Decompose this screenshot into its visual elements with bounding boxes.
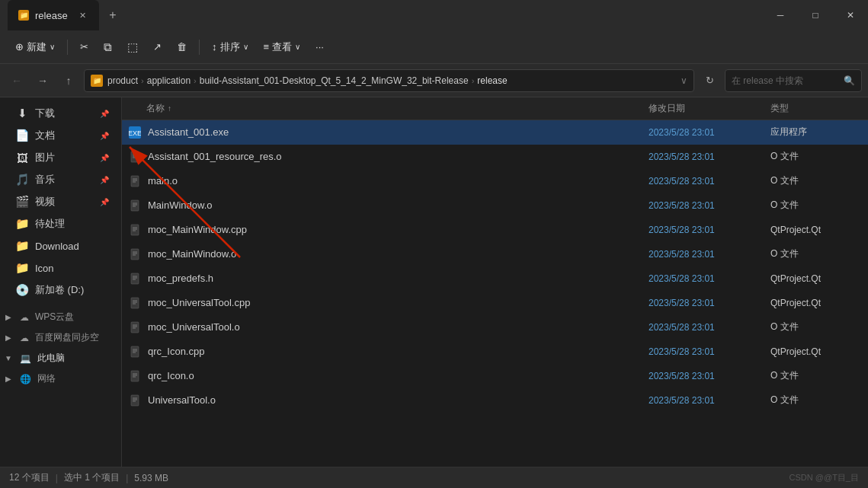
sidebar-item-dl-folder[interactable]: 📁 Download — [3, 235, 118, 257]
file-icon — [128, 345, 142, 359]
pin-icon-3: 📌 — [100, 154, 109, 162]
minimize-button[interactable]: ─ — [763, 0, 798, 30]
sidebar: ⬇ 下载 📌 📄 文档 📌 🖼 图片 📌 🎵 音乐 📌 🎬 视频 📌 📁 待处理 — [0, 97, 122, 467]
sidebar-group-wps[interactable]: ▶ ☁ WPS云盘 — [0, 308, 121, 327]
wps-group-icon: ☁ — [20, 312, 29, 323]
new-label: 新建 — [27, 40, 46, 54]
new-button[interactable]: ⊕ 新建 ∨ — [9, 37, 61, 57]
table-row[interactable]: moc_MainWindow.cpp2023/5/28 23:01QtProje… — [122, 218, 868, 242]
table-row[interactable]: MainWindow.o2023/5/28 23:01O 文件 — [122, 193, 868, 218]
col-date-header[interactable]: 修改日期 — [649, 102, 770, 115]
pin-icon-4: 📌 — [100, 176, 109, 184]
search-box[interactable]: 🔍 — [725, 69, 862, 92]
table-row[interactable]: qrc_Icon.cpp2023/5/28 23:01QtProject.Qt — [122, 340, 868, 364]
sidebar-item-docs[interactable]: 📄 文档 📌 — [3, 125, 118, 146]
sidebar-item-videos[interactable]: 🎬 视频 📌 — [3, 191, 118, 212]
table-row[interactable]: moc_UniversalTool.o2023/5/28 23:01O 文件 — [122, 315, 868, 340]
col-name-header[interactable]: 名称 ↑ — [128, 102, 649, 115]
refresh-button[interactable]: ↻ — [699, 70, 720, 91]
new-chevron-icon: ∨ — [50, 43, 55, 51]
sidebar-item-music[interactable]: 🎵 音乐 📌 — [3, 169, 118, 190]
file-area: 名称 ↑ 修改日期 类型 EXEAssistant_001.exe2023/5/… — [122, 97, 868, 467]
share-button[interactable]: ↗ — [147, 38, 168, 56]
dl-folder-icon: 📁 — [15, 239, 29, 253]
file-name: qrc_Icon.cpp — [148, 346, 649, 357]
forward-button[interactable]: → — [32, 70, 53, 91]
network-expand-icon: ▶ — [3, 374, 14, 384]
svg-rect-42 — [131, 395, 139, 406]
table-row[interactable]: moc_MainWindow.o2023/5/28 23:01O 文件 — [122, 242, 868, 266]
sidebar-group-network[interactable]: ▶ 🌐 网络 — [0, 369, 121, 388]
tab-release[interactable]: 📁 release ✕ — [8, 0, 99, 30]
delete-button[interactable]: 🗑 — [171, 38, 193, 56]
tab-area: 📁 release ✕ + — [8, 0, 763, 30]
pin-icon-2: 📌 — [100, 132, 109, 140]
file-icon — [128, 296, 142, 310]
file-type: O 文件 — [770, 150, 862, 163]
table-row[interactable]: EXEAssistant_001.exe2023/5/28 23:01应用程序 — [122, 120, 868, 145]
sidebar-item-drive-d[interactable]: 💿 新加卷 (D:) — [3, 279, 118, 301]
sort-icon: ↕ — [212, 41, 217, 53]
sort-button[interactable]: ↕ 排序 ∨ — [206, 37, 255, 57]
file-date: 2023/5/28 23:01 — [649, 249, 770, 260]
maximize-button[interactable]: □ — [798, 0, 833, 30]
breadcrumb-dropdown-icon[interactable]: ∨ — [681, 75, 687, 86]
breadcrumb-application[interactable]: application — [147, 75, 191, 86]
sidebar-item-drive-d-label: 新加卷 (D:) — [35, 283, 84, 297]
sidebar-group-baidu[interactable]: ▶ ☁ 百度网盘同步空 — [0, 328, 121, 347]
file-list: EXEAssistant_001.exe2023/5/28 23:01应用程序A… — [122, 120, 868, 467]
svg-rect-10 — [131, 200, 139, 211]
table-row[interactable]: UniversalTool.o2023/5/28 23:01O 文件 — [122, 388, 868, 413]
search-input[interactable] — [732, 75, 839, 86]
col-type-header[interactable]: 类型 — [770, 102, 862, 115]
file-name: moc_predefs.h — [148, 273, 649, 284]
sidebar-item-dl-folder-label: Download — [35, 241, 79, 252]
file-date: 2023/5/28 23:01 — [649, 322, 770, 333]
file-icon — [128, 247, 142, 261]
separator-1 — [67, 40, 68, 55]
file-type: QtProject.Qt — [770, 346, 862, 357]
file-type: QtProject.Qt — [770, 225, 862, 235]
breadcrumb-release: release — [477, 75, 507, 86]
table-row[interactable]: main.o2023/5/28 23:01O 文件 — [122, 169, 868, 193]
svg-text:EXE: EXE — [129, 129, 141, 137]
svg-rect-34 — [131, 346, 139, 357]
view-button[interactable]: ≡ 查看 ∨ — [258, 37, 307, 57]
title-bar: 📁 release ✕ + ─ □ ✕ — [0, 0, 868, 30]
more-button[interactable]: ··· — [309, 38, 330, 56]
paste-icon: ⬚ — [127, 40, 138, 54]
back-button[interactable]: ← — [6, 70, 27, 91]
videos-icon: 🎬 — [15, 195, 29, 209]
baidu-expand-icon: ▶ — [3, 333, 14, 343]
sidebar-item-pending[interactable]: 📁 待处理 — [3, 213, 118, 234]
up-button[interactable]: ↑ — [58, 70, 79, 91]
new-tab-button[interactable]: + — [102, 5, 123, 26]
table-row[interactable]: qrc_Icon.o2023/5/28 23:01O 文件 — [122, 364, 868, 388]
sidebar-item-docs-label: 文档 — [35, 129, 55, 142]
tab-label: release — [35, 10, 68, 21]
view-chevron-icon: ∨ — [295, 43, 300, 51]
breadcrumb-product[interactable]: product — [107, 75, 138, 86]
cut-button[interactable]: ✂ — [74, 38, 94, 56]
copy-button[interactable]: ⧉ — [98, 37, 118, 57]
selected-count: 选中 1 个项目 — [64, 471, 120, 484]
file-name: moc_MainWindow.cpp — [148, 224, 649, 235]
sidebar-item-images-label: 图片 — [35, 151, 55, 164]
breadcrumb-bar[interactable]: 📁 product › application › build-Assistan… — [84, 69, 694, 92]
sidebar-group-thispc[interactable]: ▼ 💻 此电脑 — [0, 349, 121, 368]
table-row[interactable]: moc_UniversalTool.cpp2023/5/28 23:01QtPr… — [122, 291, 868, 315]
file-date: 2023/5/28 23:01 — [649, 127, 770, 138]
network-group-icon: 🌐 — [20, 374, 31, 384]
file-type: 应用程序 — [770, 126, 862, 139]
file-date: 2023/5/28 23:01 — [649, 371, 770, 381]
sidebar-item-icon[interactable]: 📁 Icon — [3, 257, 118, 279]
table-row[interactable]: moc_predefs.h2023/5/28 23:01QtProject.Qt — [122, 266, 868, 291]
table-row[interactable]: Assistant_001_resource_res.o2023/5/28 23… — [122, 145, 868, 169]
close-button[interactable]: ✕ — [833, 0, 868, 30]
baidu-group-label: 百度网盘同步空 — [35, 331, 99, 344]
sidebar-item-download[interactable]: ⬇ 下载 📌 — [3, 103, 118, 124]
sidebar-item-images[interactable]: 🖼 图片 📌 — [3, 147, 118, 168]
breadcrumb-build[interactable]: build-Assistant_001-Desktop_Qt_5_14_2_Mi… — [200, 75, 469, 86]
tab-close-button[interactable]: ✕ — [76, 9, 88, 21]
paste-button[interactable]: ⬚ — [121, 37, 144, 57]
